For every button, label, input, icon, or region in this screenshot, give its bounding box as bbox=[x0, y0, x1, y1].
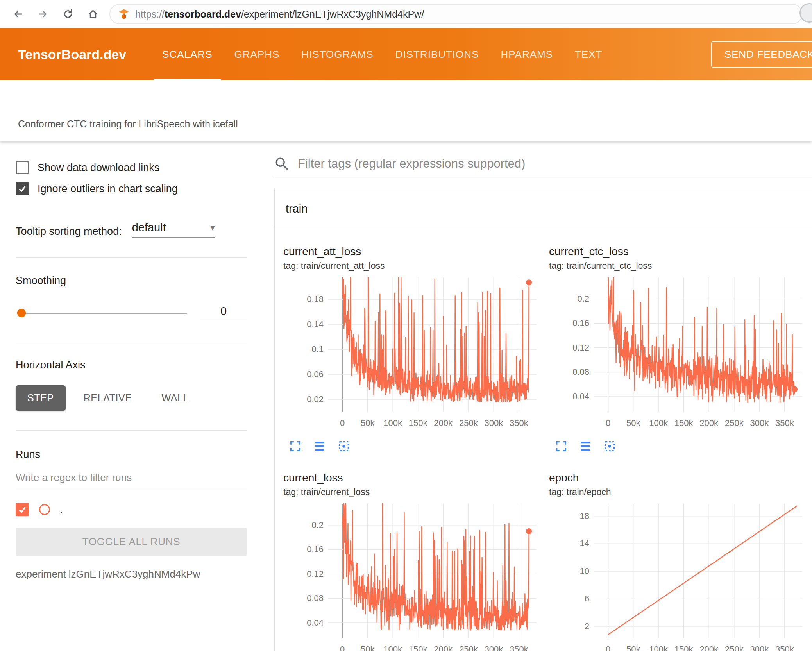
url-text: https://tensorboard.dev/experiment/lzGnE… bbox=[135, 9, 424, 20]
url-domain: tensorboard.dev bbox=[165, 9, 241, 20]
nav-tabs: SCALARS GRAPHS HISTOGRAMS DISTRIBUTIONS … bbox=[151, 28, 613, 80]
chart-tag: tag: train/epoch bbox=[549, 487, 799, 497]
line-chart[interactable]: 050k100k150k200k250k300k350k26101418 bbox=[549, 501, 807, 651]
log-scale-icon[interactable] bbox=[579, 440, 592, 454]
chart-tag: tag: train/current_ctc_loss bbox=[549, 261, 799, 271]
svg-text:350k: 350k bbox=[510, 418, 529, 428]
show-download-checkbox[interactable] bbox=[16, 161, 29, 174]
chart-epoch: epoch tag: train/epoch 050k100k150k200k2… bbox=[541, 472, 799, 651]
svg-text:0.04: 0.04 bbox=[307, 618, 324, 628]
axis-wall-button[interactable]: WALL bbox=[150, 385, 201, 411]
svg-text:0: 0 bbox=[606, 418, 610, 428]
svg-text:250k: 250k bbox=[459, 644, 478, 651]
svg-text:300k: 300k bbox=[750, 418, 769, 428]
show-download-row: Show data download links bbox=[16, 161, 247, 174]
svg-text:0.04: 0.04 bbox=[572, 392, 589, 401]
svg-text:50k: 50k bbox=[361, 644, 375, 651]
run-color-swatch[interactable] bbox=[39, 504, 50, 515]
fullscreen-expand-icon[interactable] bbox=[289, 440, 302, 454]
svg-text:50k: 50k bbox=[626, 644, 640, 651]
svg-text:250k: 250k bbox=[459, 418, 478, 428]
svg-text:0: 0 bbox=[340, 418, 345, 428]
tab-distributions[interactable]: DISTRIBUTIONS bbox=[385, 28, 490, 80]
line-chart[interactable]: 050k100k150k200k250k300k350k0.040.080.12… bbox=[549, 274, 807, 436]
svg-text:150k: 150k bbox=[409, 644, 428, 651]
tab-graphs[interactable]: GRAPHS bbox=[224, 28, 291, 80]
svg-text:0.16: 0.16 bbox=[572, 318, 589, 328]
forward-arrow-icon[interactable] bbox=[34, 5, 52, 23]
chart-title: epoch bbox=[549, 472, 799, 484]
smoothing-slider-row bbox=[16, 305, 247, 321]
svg-text:0: 0 bbox=[606, 644, 610, 651]
chart-toolbar bbox=[283, 440, 533, 454]
svg-text:0.12: 0.12 bbox=[307, 569, 324, 579]
svg-text:0.08: 0.08 bbox=[307, 593, 324, 603]
refresh-icon[interactable] bbox=[59, 5, 77, 23]
train-group-header[interactable]: train bbox=[275, 188, 812, 228]
svg-text:100k: 100k bbox=[383, 418, 402, 428]
svg-text:200k: 200k bbox=[434, 418, 453, 428]
sidebar-divider bbox=[16, 341, 247, 341]
chart-current-ctc-loss: current_ctc_loss tag: train/current_ctc_… bbox=[541, 245, 799, 454]
fit-domain-icon[interactable] bbox=[337, 440, 351, 454]
search-icon bbox=[274, 156, 289, 171]
svg-text:0.08: 0.08 bbox=[572, 367, 589, 377]
browser-chrome: https://tensorboard.dev/experiment/lzGnE… bbox=[0, 0, 812, 28]
back-arrow-icon[interactable] bbox=[9, 5, 27, 23]
url-scheme: https:// bbox=[135, 9, 165, 20]
filter-tags-input[interactable] bbox=[298, 157, 812, 171]
chart-current-att-loss: current_att_loss tag: train/current_att_… bbox=[275, 245, 533, 454]
line-chart[interactable]: 050k100k150k200k250k300k350k0.040.080.12… bbox=[283, 501, 541, 651]
axis-relative-button[interactable]: RELATIVE bbox=[72, 385, 144, 411]
show-download-label: Show data download links bbox=[38, 162, 159, 174]
svg-text:0.16: 0.16 bbox=[307, 544, 324, 554]
svg-text:2: 2 bbox=[585, 621, 589, 631]
tab-text[interactable]: TEXT bbox=[564, 28, 613, 80]
svg-text:6: 6 bbox=[585, 594, 589, 603]
svg-text:0.18: 0.18 bbox=[307, 294, 324, 304]
chevron-down-icon: ▾ bbox=[211, 223, 215, 233]
svg-text:200k: 200k bbox=[699, 644, 719, 651]
tooltip-sorting-label: Tooltip sorting method: bbox=[16, 225, 122, 238]
tab-hparams[interactable]: HPARAMS bbox=[490, 28, 564, 80]
settings-sidebar: Show data download links Ignore outliers… bbox=[0, 141, 258, 651]
chart-title: current_ctc_loss bbox=[549, 245, 799, 258]
svg-text:0.1: 0.1 bbox=[311, 344, 324, 354]
svg-text:0.2: 0.2 bbox=[577, 294, 589, 304]
home-icon[interactable] bbox=[84, 5, 102, 23]
tooltip-sorting-row: Tooltip sorting method: default ▾ bbox=[16, 221, 247, 238]
smoothing-slider-thumb[interactable] bbox=[17, 309, 26, 317]
axis-step-button[interactable]: STEP bbox=[16, 385, 66, 411]
fit-domain-icon[interactable] bbox=[603, 440, 616, 454]
train-group-card: train current_att_loss tag: train/curren… bbox=[274, 188, 812, 651]
svg-text:50k: 50k bbox=[361, 418, 375, 428]
fullscreen-expand-icon[interactable] bbox=[554, 440, 568, 454]
svg-text:100k: 100k bbox=[649, 644, 668, 651]
horizontal-axis-label: Horizontal Axis bbox=[16, 359, 247, 371]
svg-text:200k: 200k bbox=[699, 418, 719, 428]
log-scale-icon[interactable] bbox=[313, 440, 326, 454]
tab-scalars[interactable]: SCALARS bbox=[151, 28, 223, 80]
run-checkbox[interactable] bbox=[16, 503, 29, 516]
send-feedback-button[interactable]: SEND FEEDBACK bbox=[711, 41, 812, 68]
browser-avatar[interactable] bbox=[799, 3, 812, 23]
svg-text:0.12: 0.12 bbox=[572, 343, 589, 352]
chart-title: current_loss bbox=[283, 472, 533, 484]
tooltip-sorting-dropdown[interactable]: default ▾ bbox=[132, 221, 215, 238]
svg-text:50k: 50k bbox=[626, 418, 640, 428]
svg-text:0.14: 0.14 bbox=[307, 319, 324, 329]
line-chart[interactable]: 050k100k150k200k250k300k350k0.020.060.10… bbox=[283, 274, 541, 436]
svg-text:0: 0 bbox=[340, 644, 345, 651]
tab-histograms[interactable]: HISTOGRAMS bbox=[290, 28, 384, 80]
toggle-all-runs-button[interactable]: TOGGLE ALL RUNS bbox=[16, 528, 247, 556]
runs-filter-input[interactable] bbox=[16, 469, 247, 490]
smoothing-value-input[interactable] bbox=[200, 305, 247, 321]
ignore-outliers-checkbox[interactable] bbox=[16, 182, 29, 195]
address-bar[interactable]: https://tensorboard.dev/experiment/lzGnE… bbox=[109, 4, 803, 24]
chart-title: current_att_loss bbox=[283, 245, 533, 258]
chart-tag: tag: train/current_att_loss bbox=[283, 261, 533, 271]
smoothing-slider[interactable] bbox=[19, 313, 187, 314]
smoothing-label: Smoothing bbox=[16, 275, 247, 287]
svg-text:300k: 300k bbox=[484, 418, 503, 428]
svg-text:0.06: 0.06 bbox=[307, 369, 324, 379]
